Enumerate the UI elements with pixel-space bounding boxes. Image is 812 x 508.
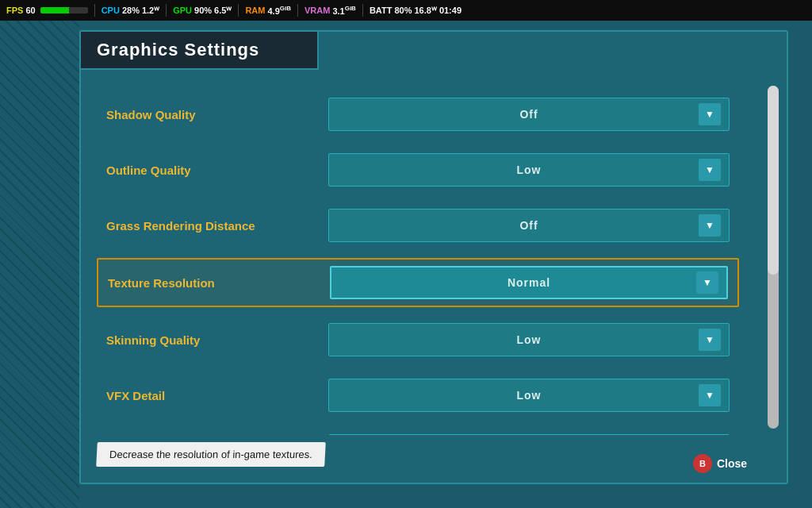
hud-cpu: CPU 28% 1.2ᵂ <box>102 6 160 16</box>
vram-value: 3.1GiB <box>332 5 356 16</box>
fps-value: 60 <box>25 6 35 15</box>
divider-1 <box>94 4 95 17</box>
dropdown-value: Low <box>517 333 542 346</box>
ram-value: 4.9GiB <box>267 5 291 16</box>
setting-dropdown-lock-framerate[interactable]: Off <box>328 434 730 435</box>
setting-row-skinning-quality[interactable]: Skinning QualityLow <box>97 317 739 363</box>
setting-dropdown-shadow-quality[interactable]: Off <box>328 98 730 131</box>
panel-title-bar: Graphics Settings <box>81 32 319 70</box>
setting-dropdown-vfx-detail[interactable]: Low <box>328 379 730 412</box>
setting-row-shadow-quality[interactable]: Shadow QualityOff <box>97 91 739 137</box>
setting-row-grass-rendering-distance[interactable]: Grass Rendering DistanceOff <box>97 202 739 248</box>
chevron-down-icon[interactable] <box>696 271 718 294</box>
cpu-label: CPU <box>102 6 120 15</box>
dropdown-value: Low <box>517 389 542 402</box>
cpu-percent: 28% <box>122 6 140 15</box>
divider-5 <box>362 4 363 17</box>
dropdown-value: Off <box>519 108 538 121</box>
setting-dropdown-texture-resolution[interactable]: Normal <box>330 266 728 299</box>
batt-time: 01:49 <box>439 6 462 15</box>
setting-row-lock-framerate[interactable]: Lock FramerateOff <box>97 428 739 435</box>
setting-label: Texture Resolution <box>108 276 330 290</box>
panel-title: Graphics Settings <box>97 40 301 60</box>
close-button-key[interactable]: B <box>693 454 712 473</box>
hud-ram: RAM 4.9GiB <box>245 5 291 16</box>
scroll-track[interactable] <box>768 86 779 429</box>
close-button-label: Close <box>717 457 747 470</box>
close-button[interactable]: B Close <box>693 454 747 473</box>
gpu-watts: 6.5ᵂ <box>214 6 232 16</box>
scrollbar[interactable] <box>759 79 787 435</box>
divider-4 <box>297 4 298 17</box>
fps-label: FPS <box>6 6 23 15</box>
chevron-down-icon[interactable] <box>699 159 721 181</box>
setting-label: Outline Quality <box>106 164 328 177</box>
hud-batt: BATT 80% 16.8ᵂ 01:49 <box>370 6 462 16</box>
setting-row-outline-quality[interactable]: Outline QualityLow <box>97 147 739 193</box>
dropdown-value: Off <box>519 219 538 232</box>
scroll-thumb[interactable] <box>768 86 779 275</box>
hud-fps: FPS 60 <box>6 6 36 15</box>
setting-label: VFX Detail <box>106 389 328 402</box>
chevron-down-icon[interactable] <box>699 329 721 351</box>
batt-label: BATT <box>370 6 393 15</box>
batt-percent: 80% <box>394 6 412 15</box>
hud-gpu: GPU 90% 6.5ᵂ <box>173 6 232 16</box>
chevron-down-icon[interactable] <box>699 214 721 237</box>
gpu-label: GPU <box>173 6 192 15</box>
setting-dropdown-grass-rendering-distance[interactable]: Off <box>328 209 730 242</box>
vram-label: VRAM <box>304 6 330 15</box>
setting-dropdown-skinning-quality[interactable]: Low <box>328 323 730 356</box>
setting-dropdown-outline-quality[interactable]: Low <box>328 153 730 187</box>
chevron-down-icon[interactable] <box>699 103 721 125</box>
setting-label: Skinning Quality <box>106 333 328 347</box>
setting-row-vfx-detail[interactable]: VFX DetailLow <box>97 372 739 418</box>
divider-3 <box>238 4 239 17</box>
settings-panel: Graphics Settings ⊙ ⊙ Shadow QualityOffO… <box>79 30 788 484</box>
hud-vram: VRAM 3.1GiB <box>304 5 356 16</box>
divider-2 <box>166 4 167 17</box>
dropdown-value: Normal <box>508 276 550 289</box>
settings-content: Shadow QualityOffOutline QualityLowGrass… <box>81 79 755 435</box>
gpu-percent: 90% <box>194 6 212 15</box>
fps-bar <box>40 7 88 13</box>
setting-label: Shadow Quality <box>106 108 328 121</box>
bg-stripe <box>0 21 79 508</box>
cpu-watts: 1.2ᵂ <box>142 6 159 16</box>
setting-label: Grass Rendering Distance <box>106 219 328 233</box>
dropdown-value: Low <box>517 164 542 176</box>
setting-tooltip: Decrease the resolution of in-game textu… <box>96 442 325 467</box>
ram-label: RAM <box>245 6 265 15</box>
setting-row-texture-resolution[interactable]: Texture ResolutionNormal <box>97 258 739 307</box>
chevron-down-icon[interactable] <box>699 384 721 406</box>
hud-bar: FPS 60 CPU 28% 1.2ᵂ GPU 90% 6.5ᵂ RAM 4.9… <box>0 0 812 21</box>
batt-watts: 16.8ᵂ <box>414 6 436 16</box>
